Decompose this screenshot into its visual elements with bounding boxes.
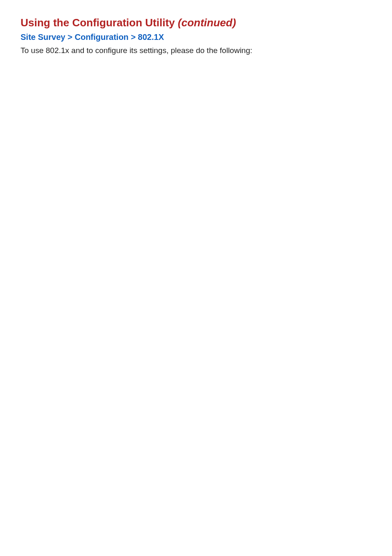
breadcrumb: Site Survey > Configuration > 802.1X [21, 32, 371, 42]
intro-text: To use 802.1x and to configure its setti… [21, 46, 371, 55]
title-main: Using the Configuration Utility [21, 16, 178, 29]
title-continued: (continued) [178, 16, 236, 29]
page-title: Using the Configuration Utility (continu… [21, 16, 371, 29]
